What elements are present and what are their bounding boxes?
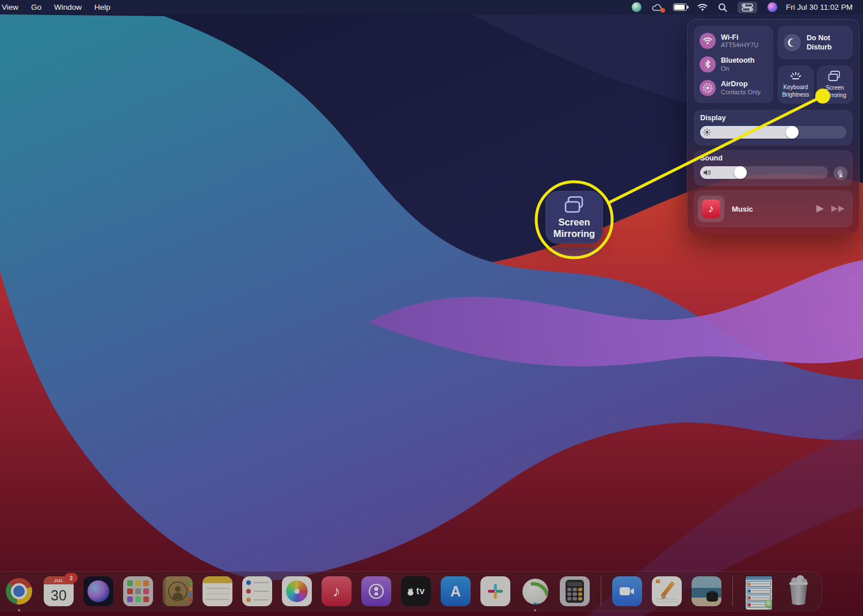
display-label: Display xyxy=(700,114,725,122)
display-brightness-slider[interactable] xyxy=(700,126,846,139)
airdrop-status: Contacts Only xyxy=(721,89,761,96)
dock-apple-tv[interactable]: tv xyxy=(401,576,431,606)
dock-calculator[interactable] xyxy=(560,576,590,606)
menu-view[interactable]: View xyxy=(0,0,25,14)
brightness-sun-icon xyxy=(703,128,711,136)
dock-app-store[interactable]: A xyxy=(441,576,471,606)
wifi-title: Wi-Fi xyxy=(721,33,758,41)
airdrop-title: AirDrop xyxy=(721,80,761,88)
bluetooth-status: On xyxy=(721,65,754,72)
callout-secondary-tile xyxy=(551,247,597,256)
airdrop-row[interactable]: AirDrop Contacts Only xyxy=(694,80,773,96)
control-center-panel: Wi-Fi ATT54rHY7U Bluetooth On xyxy=(687,19,860,235)
screen-mirroring-icon xyxy=(827,70,842,82)
wifi-network-name: ATT54rHY7U xyxy=(721,41,758,49)
dock-pages[interactable]: ❝ xyxy=(652,576,682,606)
menu-bar: View Go Window Help xyxy=(0,0,863,14)
dock-divider xyxy=(732,576,733,606)
dock-siri[interactable] xyxy=(83,576,113,606)
apple-tv-label: tv xyxy=(416,586,425,596)
battery-icon[interactable] xyxy=(668,0,692,14)
music-controls xyxy=(815,204,853,213)
screen-mirroring-callout-tile[interactable]: Screen Mirroring xyxy=(545,191,603,244)
dock-minimized-window[interactable] xyxy=(744,576,774,606)
menu-window[interactable]: Window xyxy=(48,0,88,14)
dock-zoom[interactable] xyxy=(612,576,642,606)
apple-logo-icon xyxy=(407,587,414,596)
volume-slider[interactable] xyxy=(700,166,828,179)
wifi-toggle-icon[interactable] xyxy=(700,33,716,49)
menu-help[interactable]: Help xyxy=(88,0,117,14)
sound-card: Sound xyxy=(694,150,853,186)
do-not-disturb-button[interactable]: Do Not Disturb xyxy=(778,26,853,59)
bluetooth-row[interactable]: Bluetooth On xyxy=(694,56,773,72)
desktop: View Go Window Help xyxy=(0,0,863,616)
music-note-glyph: ♪ xyxy=(708,202,714,215)
dock-contacts[interactable] xyxy=(163,576,193,606)
globe-icon[interactable] xyxy=(627,0,647,14)
screen-mirroring-label: Screen Mirroring xyxy=(818,85,851,99)
dock-trash[interactable] xyxy=(784,576,814,606)
dock-calendar[interactable]: JUL 30 3 xyxy=(44,576,74,606)
music-card[interactable]: ♪ Music xyxy=(694,190,853,227)
dock-music[interactable]: ♪ xyxy=(322,576,352,606)
menu-clock[interactable]: Fri Jul 30 11:02 PM xyxy=(782,3,858,12)
siri-icon[interactable] xyxy=(762,0,782,14)
cloud-app-icon[interactable] xyxy=(647,0,668,14)
speaker-icon xyxy=(703,169,712,177)
vpn-swirl-logo xyxy=(765,599,772,609)
moon-icon xyxy=(784,34,801,51)
volume-slider-thumb[interactable] xyxy=(734,166,747,179)
bluetooth-title: Bluetooth xyxy=(721,56,754,64)
notification-dot xyxy=(660,8,665,13)
wifi-row[interactable]: Wi-Fi ATT54rHY7U xyxy=(694,33,773,49)
bluetooth-toggle-icon[interactable] xyxy=(700,56,716,72)
pages-quote-glyph: ❝ xyxy=(655,577,660,590)
dock-anyconnect-vpn[interactable] xyxy=(520,576,550,606)
status-area: Fri Jul 30 11:02 PM xyxy=(627,0,863,14)
keyboard-brightness-button[interactable]: Keyboard Brightness xyxy=(778,66,814,104)
app-store-glyph: A xyxy=(450,583,461,600)
dock-slack[interactable] xyxy=(480,576,510,606)
dock-photos[interactable] xyxy=(282,576,312,606)
music-app-icon: ♪ xyxy=(702,200,720,218)
dock-chrome[interactable] xyxy=(4,576,34,606)
airdrop-toggle-icon[interactable] xyxy=(700,80,716,96)
music-icon-backdrop: ♪ xyxy=(698,196,724,222)
search-icon[interactable] xyxy=(713,0,732,14)
calendar-day: 30 xyxy=(44,584,74,606)
play-button[interactable] xyxy=(815,204,825,213)
screen-mirroring-large-icon xyxy=(562,196,586,214)
dock-notes[interactable] xyxy=(203,576,232,606)
fast-forward-button[interactable] xyxy=(831,205,846,213)
connectivity-card: Wi-Fi ATT54rHY7U Bluetooth On xyxy=(694,26,773,103)
wifi-icon[interactable] xyxy=(692,0,713,14)
dock-podcasts[interactable] xyxy=(361,576,391,606)
music-title: Music xyxy=(732,205,753,213)
dock-divider xyxy=(601,576,601,606)
display-card: Display xyxy=(694,110,853,146)
dock-reminders[interactable] xyxy=(242,576,272,606)
dock-ink-photo-app[interactable] xyxy=(692,576,721,606)
do-not-disturb-label: Do Not Disturb xyxy=(807,33,842,52)
display-slider-thumb[interactable] xyxy=(786,126,799,139)
sound-label: Sound xyxy=(700,154,723,162)
menu-items: View Go Window Help xyxy=(0,0,117,14)
menu-go[interactable]: Go xyxy=(25,0,48,14)
calendar-badge: 3 xyxy=(64,573,78,583)
keyboard-brightness-icon xyxy=(788,71,803,81)
music-note-glyph: ♪ xyxy=(333,583,341,600)
screen-mirroring-button[interactable]: Screen Mirroring xyxy=(817,66,853,104)
airplay-audio-button[interactable] xyxy=(834,166,847,180)
callout-label: Screen Mirroring xyxy=(548,216,601,239)
keyboard-brightness-label: Keyboard Brightness xyxy=(779,84,812,98)
control-center-icon[interactable] xyxy=(732,0,762,14)
dock-launchpad[interactable] xyxy=(123,576,153,606)
dock: JUL 30 3 xyxy=(0,571,822,611)
